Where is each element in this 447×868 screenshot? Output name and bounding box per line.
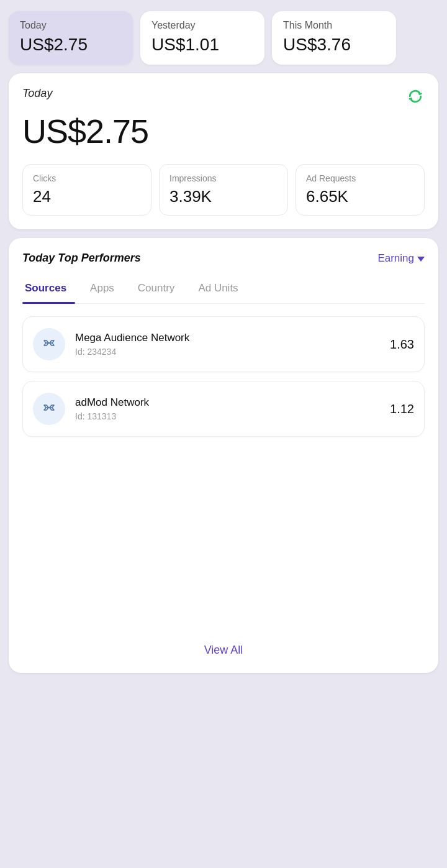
source-name-mega: Mega Audience Network: [75, 332, 390, 344]
stat-ad-requests: Ad Requests 6.65K: [296, 164, 425, 216]
earning-dropdown-label: Earning: [377, 252, 414, 265]
period-label-this-month: This Month: [283, 20, 385, 31]
period-cards-row: Today US$2.75 Yesterday US$1.01 This Mon…: [0, 0, 447, 73]
stat-impressions: Impressions 3.39K: [159, 164, 288, 216]
tabs-row: Sources Apps Country Ad Units: [22, 276, 425, 304]
period-value-yesterday: US$1.01: [151, 35, 253, 55]
source-info-mega: Mega Audience Network Id: 234234: [75, 332, 390, 357]
source-item-admod[interactable]: adMod Network Id: 131313 1.12: [22, 381, 425, 437]
tab-apps[interactable]: Apps: [88, 276, 123, 303]
today-label: Today: [22, 87, 52, 100]
performers-card: Today Top Performers Earning Sources App…: [9, 238, 438, 673]
stat-clicks: Clicks 24: [22, 164, 151, 216]
tab-sources[interactable]: Sources: [22, 276, 75, 303]
refresh-icon[interactable]: [406, 87, 425, 106]
stats-row: Clicks 24 Impressions 3.39K Ad Requests …: [22, 164, 425, 216]
stat-label-ad-requests: Ad Requests: [306, 173, 414, 183]
earning-dropdown[interactable]: Earning: [377, 252, 425, 265]
source-id-mega: Id: 234234: [75, 347, 390, 357]
chevron-down-icon: [417, 257, 425, 262]
stat-label-impressions: Impressions: [169, 173, 278, 183]
source-info-admod: adMod Network Id: 131313: [75, 396, 390, 421]
performers-header: Today Top Performers Earning: [22, 252, 425, 265]
today-main-card: Today US$2.75 Clicks 24 Impressions 3.39…: [9, 73, 438, 229]
source-item-mega[interactable]: Mega Audience Network Id: 234234 1.63: [22, 316, 425, 372]
view-all-button[interactable]: View All: [22, 629, 425, 667]
period-value-this-month: US$3.76: [283, 35, 385, 55]
tab-ad-units[interactable]: Ad Units: [196, 276, 246, 303]
today-amount: US$2.75: [22, 112, 425, 150]
period-value-today: US$2.75: [20, 35, 122, 55]
source-icon-admod: [33, 393, 65, 425]
source-name-admod: adMod Network: [75, 396, 390, 409]
stat-value-ad-requests: 6.65K: [306, 187, 414, 206]
period-card-this-month[interactable]: This Month US$3.76: [272, 11, 396, 65]
source-value-mega: 1.63: [390, 337, 414, 352]
source-id-admod: Id: 131313: [75, 411, 390, 421]
period-label-today: Today: [20, 20, 122, 31]
period-card-yesterday[interactable]: Yesterday US$1.01: [140, 11, 264, 65]
stat-value-clicks: 24: [33, 187, 141, 206]
period-label-yesterday: Yesterday: [151, 20, 253, 31]
period-card-today[interactable]: Today US$2.75: [9, 11, 133, 65]
stat-value-impressions: 3.39K: [169, 187, 278, 206]
source-value-admod: 1.12: [390, 402, 414, 416]
stat-label-clicks: Clicks: [33, 173, 141, 183]
source-icon-mega: [33, 328, 65, 360]
tab-country[interactable]: Country: [135, 276, 184, 303]
performers-title: Today Top Performers: [22, 252, 141, 265]
